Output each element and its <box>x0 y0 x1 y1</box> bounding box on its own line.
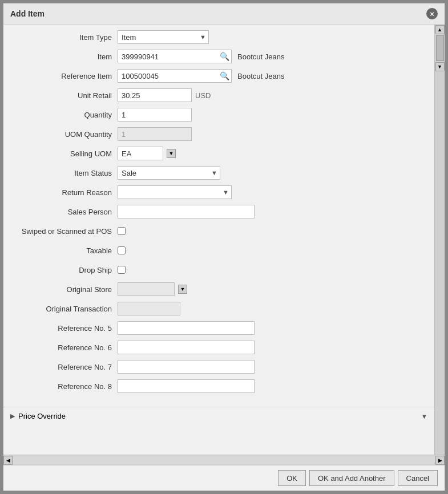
ref5-row: Reference No. 5 <box>3 320 434 336</box>
item-name-display: Bootcut Jeans <box>237 52 284 61</box>
ref7-label: Reference No. 7 <box>3 363 118 371</box>
scroll-up-button[interactable]: ▲ <box>435 25 445 34</box>
unit-retail-row: Unit Retail USD <box>3 87 434 103</box>
item-label: Item <box>3 52 118 61</box>
ref6-field <box>118 341 255 354</box>
reference-item-input[interactable] <box>118 69 232 83</box>
swiped-checkbox[interactable] <box>118 227 126 235</box>
item-type-select[interactable]: Item Service Non-Inventory <box>118 30 209 44</box>
item-status-select-wrapper: Sale Return Exchange ▼ <box>118 166 220 180</box>
price-override-collapse-icon: ▼ <box>421 413 427 420</box>
return-reason-select-wrapper: ▼ <box>118 185 232 199</box>
taxable-label: Taxable <box>3 246 118 255</box>
selling-uom-input[interactable] <box>118 147 163 160</box>
selling-uom-row: Selling UOM ▼ <box>3 145 434 161</box>
taxable-row: Taxable <box>3 242 434 258</box>
sales-person-label: Sales Person <box>3 208 118 216</box>
uom-quantity-field <box>118 127 192 141</box>
original-transaction-label: Original Transaction <box>3 305 118 313</box>
item-input[interactable] <box>118 50 232 63</box>
swiped-row: Swiped or Scanned at POS <box>3 223 434 239</box>
ref6-label: Reference No. 6 <box>3 343 118 352</box>
add-item-dialog: Add Item × Item Type Item Service Non-In… <box>3 3 445 491</box>
dialog-title: Add Item <box>10 9 45 18</box>
selling-uom-dropdown-button[interactable]: ▼ <box>167 149 176 158</box>
ref5-input[interactable] <box>118 321 255 335</box>
unit-retail-input[interactable] <box>118 88 192 102</box>
original-store-dropdown-button[interactable]: ▼ <box>178 285 187 294</box>
ref7-input[interactable] <box>118 360 255 374</box>
reference-item-name-display: Bootcut Jeans <box>237 72 284 80</box>
scroll-thumb[interactable] <box>436 35 444 61</box>
ok-add-another-button[interactable]: OK and Add Another <box>309 470 394 486</box>
taxable-checkbox[interactable] <box>118 246 126 254</box>
currency-label: USD <box>195 91 211 100</box>
scroll-right-button[interactable]: ▶ <box>435 456 445 465</box>
item-type-select-wrapper: Item Service Non-Inventory ▼ <box>118 30 209 44</box>
original-store-label: Original Store <box>3 285 118 294</box>
quantity-label: Quantity <box>3 111 118 119</box>
vertical-scrollbar[interactable]: ▲ ▼ <box>434 25 445 455</box>
ref7-row: Reference No. 7 <box>3 359 434 375</box>
price-override-label: Price Override <box>18 412 66 420</box>
drop-ship-label: Drop Ship <box>3 266 118 274</box>
reference-item-search-icon[interactable]: 🔍 <box>220 71 229 80</box>
original-store-input <box>118 282 175 296</box>
unit-retail-field: USD <box>118 88 211 102</box>
uom-quantity-row: UOM Quantity <box>3 126 434 142</box>
sales-person-input[interactable] <box>118 205 255 218</box>
drop-ship-field <box>118 266 126 274</box>
return-reason-select[interactable] <box>118 185 232 199</box>
original-store-field: ▼ <box>118 282 187 296</box>
item-type-row: Item Type Item Service Non-Inventory ▼ <box>3 29 434 45</box>
drop-ship-checkbox[interactable] <box>118 266 126 274</box>
ref5-label: Reference No. 5 <box>3 324 118 333</box>
uom-quantity-input <box>118 127 192 141</box>
close-button[interactable]: × <box>426 8 438 19</box>
ref8-input[interactable] <box>118 379 255 393</box>
price-override-expand-icon: ▶ <box>10 412 15 420</box>
reference-item-field: 🔍 Bootcut Jeans <box>118 69 284 83</box>
swiped-label: Swiped or Scanned at POS <box>3 227 118 236</box>
price-override-row[interactable]: ▶ Price Override ▼ <box>3 407 434 425</box>
ref8-row: Reference No. 8 <box>3 378 434 394</box>
quantity-input[interactable] <box>118 108 192 122</box>
return-reason-field: ▼ <box>118 185 232 199</box>
item-search-icon[interactable]: 🔍 <box>220 52 229 61</box>
reference-item-input-wrapper: 🔍 <box>118 69 232 83</box>
return-reason-row: Return Reason ▼ <box>3 184 434 200</box>
item-type-label: Item Type <box>3 33 118 42</box>
item-status-field: Sale Return Exchange ▼ <box>118 166 220 180</box>
unit-retail-label: Unit Retail <box>3 91 118 100</box>
original-store-row: Original Store ▼ <box>3 281 434 297</box>
sales-person-field <box>118 205 255 218</box>
drop-ship-row: Drop Ship <box>3 262 434 278</box>
cancel-button[interactable]: Cancel <box>398 470 438 486</box>
horizontal-scroll-track[interactable] <box>13 456 435 464</box>
form-content: Item Type Item Service Non-Inventory ▼ I… <box>3 25 434 455</box>
item-type-field: Item Service Non-Inventory ▼ <box>118 30 209 44</box>
ref8-label: Reference No. 8 <box>3 382 118 391</box>
return-reason-label: Return Reason <box>3 188 118 197</box>
title-bar: Add Item × <box>3 3 445 25</box>
scroll-left-button[interactable]: ◀ <box>3 456 13 465</box>
original-transaction-input <box>118 302 180 315</box>
item-status-row: Item Status Sale Return Exchange ▼ <box>3 165 434 181</box>
quantity-field <box>118 108 192 122</box>
ok-button[interactable]: OK <box>278 470 306 486</box>
ref8-field <box>118 379 255 393</box>
original-transaction-field <box>118 302 180 315</box>
scroll-down-button[interactable]: ▼ <box>435 62 445 71</box>
item-input-wrapper: 🔍 <box>118 50 232 63</box>
sales-person-row: Sales Person <box>3 204 434 220</box>
item-row: Item 🔍 Bootcut Jeans <box>3 48 434 64</box>
item-status-select[interactable]: Sale Return Exchange <box>118 166 220 180</box>
swiped-field <box>118 227 126 235</box>
item-status-label: Item Status <box>3 169 118 177</box>
ref6-input[interactable] <box>118 341 255 354</box>
selling-uom-label: Selling UOM <box>3 149 118 158</box>
uom-quantity-label: UOM Quantity <box>3 130 118 139</box>
selling-uom-field: ▼ <box>118 147 176 160</box>
footer-buttons: OK OK and Add Another Cancel <box>3 465 445 491</box>
original-transaction-row: Original Transaction <box>3 301 434 317</box>
